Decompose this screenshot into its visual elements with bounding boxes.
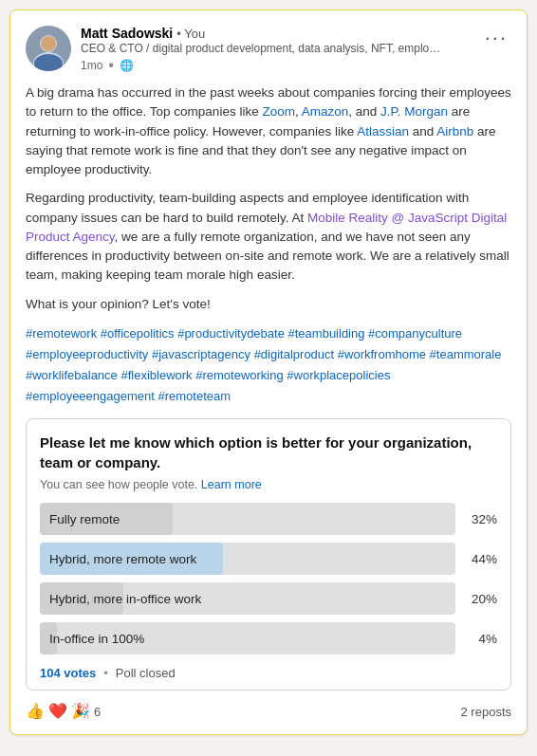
para2: Regarding productivity, team-building as… xyxy=(26,189,511,285)
poll-bar-wrap-2: Hybrid, more remote work xyxy=(40,543,455,575)
author-name-row: Matt Sadowski • You xyxy=(81,26,441,41)
poll-pct-4: 4% xyxy=(463,632,497,646)
reaction-emoji-like: 👍 xyxy=(26,704,45,719)
atlassian-link[interactable]: Atlassian xyxy=(357,124,409,138)
poll-pct-1: 32% xyxy=(463,512,497,526)
poll-option-2: Hybrid, more remote work 44% xyxy=(40,543,497,575)
poll-option-label-2: Hybrid, more remote work xyxy=(49,552,196,566)
globe-icon: 🌐 xyxy=(120,59,134,72)
poll-options: Fully remote 32% Hybrid, more remote wor… xyxy=(40,503,497,655)
learn-more-link[interactable]: Learn more xyxy=(201,478,262,491)
meta-dot: • xyxy=(108,57,114,74)
post-meta: 1mo • 🌐 xyxy=(81,57,441,74)
poll-option-3: Hybrid, more in-office work 20% xyxy=(40,582,497,615)
poll-pct-2: 44% xyxy=(463,552,497,566)
poll-votes: 104 votes xyxy=(40,666,96,680)
more-options-button[interactable]: ··· xyxy=(481,26,511,50)
post-footer: 👍 ❤️ 🎉 6 2 reposts xyxy=(26,700,511,719)
poll-option-label-4: In-office in 100% xyxy=(49,632,144,646)
post-body: A big drama has occurred in the past wee… xyxy=(26,83,511,314)
author-info: Matt Sadowski • You CEO & CTO / digital … xyxy=(81,26,441,74)
para3: What is your opinion? Let's vote! xyxy=(26,295,511,314)
reaction-emoji-heart: ❤️ xyxy=(48,704,67,719)
poll-pct-3: 20% xyxy=(463,592,497,606)
poll-footer-dot: • xyxy=(103,666,108,680)
para1: A big drama has occurred in the past wee… xyxy=(26,83,511,179)
jpmorgan-link[interactable]: J.P. Morgan xyxy=(380,104,448,119)
poll-option-4: In-office in 100% 4% xyxy=(40,622,497,655)
airbnb-link[interactable]: Airbnb xyxy=(436,124,473,138)
amazon-link[interactable]: Amazon xyxy=(302,104,349,119)
post-card: Matt Sadowski • You CEO & CTO / digital … xyxy=(9,9,528,735)
svg-point-3 xyxy=(41,36,56,51)
zoom-link[interactable]: Zoom xyxy=(262,104,295,119)
avatar[interactable] xyxy=(26,26,71,71)
poll-footer: 104 votes • Poll closed xyxy=(40,666,497,680)
poll-status: Poll closed xyxy=(116,666,176,680)
author-you-label: • You xyxy=(176,27,205,41)
poll-bar-wrap-1: Fully remote xyxy=(40,503,455,535)
poll-bar-wrap-3: Hybrid, more in-office work xyxy=(40,582,455,615)
poll-option-1: Fully remote 32% xyxy=(40,503,497,535)
post-time: 1mo xyxy=(81,59,102,72)
author-name[interactable]: Matt Sadowski xyxy=(81,26,173,41)
hashtags[interactable]: #remotework #officepolitics #productivit… xyxy=(26,323,511,407)
mobile-reality-link[interactable]: Mobile Reality @ JavaScript Digital Prod… xyxy=(26,211,507,244)
reposts-text[interactable]: 2 reposts xyxy=(461,705,511,719)
poll-option-label-1: Fully remote xyxy=(49,512,120,526)
reaction-emoji-celebrate: 🎉 xyxy=(71,704,90,719)
post-header: Matt Sadowski • You CEO & CTO / digital … xyxy=(26,26,511,74)
poll-question: Please let me know which option is bette… xyxy=(40,433,497,472)
author-title: CEO & CTO / digital product development,… xyxy=(81,42,441,55)
post-header-left: Matt Sadowski • You CEO & CTO / digital … xyxy=(26,26,441,74)
poll-sub: You can see how people vote. Learn more xyxy=(40,478,497,491)
poll-sub-text: You can see how people vote. xyxy=(40,478,197,491)
reactions[interactable]: 👍 ❤️ 🎉 6 xyxy=(26,704,101,719)
poll-option-label-3: Hybrid, more in-office work xyxy=(49,592,201,606)
reaction-count: 6 xyxy=(94,705,101,719)
poll-bar-wrap-4: In-office in 100% xyxy=(40,622,455,655)
poll-box: Please let me know which option is bette… xyxy=(26,418,511,691)
